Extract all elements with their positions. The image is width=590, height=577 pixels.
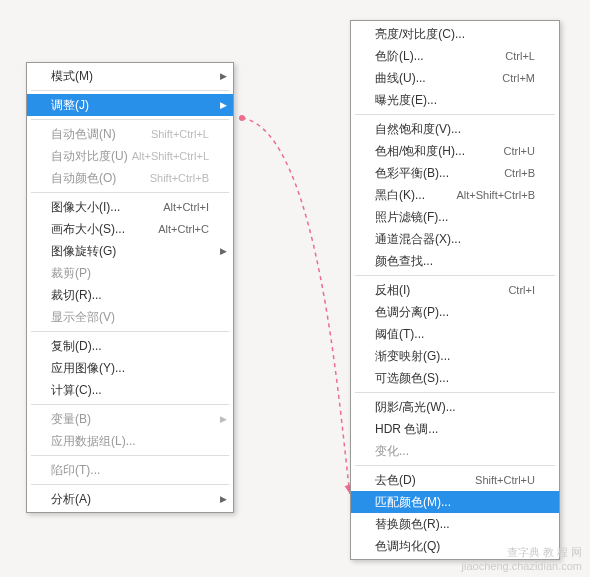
menu-item-label: 复制(D)... — [51, 338, 102, 354]
menu-shadows-highlights[interactable]: 阴影/高光(W)... — [351, 396, 559, 418]
submenu-arrow-icon: ▶ — [220, 97, 227, 113]
menu-item-shortcut: Ctrl+M — [502, 70, 535, 86]
menu-separator — [355, 465, 555, 466]
menu-color-balance[interactable]: 色彩平衡(B)...Ctrl+B — [351, 162, 559, 184]
menu-reveal-all: 显示全部(V) — [27, 306, 233, 328]
menu-item-label: 色调均化(Q) — [375, 538, 440, 554]
menu-item-label: 黑白(K)... — [375, 187, 425, 203]
menu-item-shortcut: Shift+Ctrl+L — [151, 126, 209, 142]
menu-item-label: 图像大小(I)... — [51, 199, 120, 215]
menu-separator — [355, 275, 555, 276]
menu-separator — [355, 392, 555, 393]
menu-item-label: 计算(C)... — [51, 382, 102, 398]
menu-separator — [31, 119, 229, 120]
menu-item-label: 模式(M) — [51, 68, 93, 84]
image-menu: 模式(M)▶调整(J)▶自动色调(N)Shift+Ctrl+L自动对比度(U)A… — [26, 62, 234, 513]
menu-auto-tone: 自动色调(N)Shift+Ctrl+L — [27, 123, 233, 145]
adjustments-submenu: 亮度/对比度(C)...色阶(L)...Ctrl+L曲线(U)...Ctrl+M… — [350, 20, 560, 560]
menu-item-label: 去色(D) — [375, 472, 416, 488]
menu-item-label: 曝光度(E)... — [375, 92, 437, 108]
menu-item-label: 图像旋转(G) — [51, 243, 116, 259]
menu-item-label: 颜色查找... — [375, 253, 433, 269]
menu-invert[interactable]: 反相(I)Ctrl+I — [351, 279, 559, 301]
menu-threshold[interactable]: 阈值(T)... — [351, 323, 559, 345]
submenu-arrow-icon: ▶ — [220, 491, 227, 507]
menu-match-color[interactable]: 匹配颜色(M)... — [351, 491, 559, 513]
menu-item-shortcut: Ctrl+U — [504, 143, 535, 159]
menu-duplicate[interactable]: 复制(D)... — [27, 335, 233, 357]
menu-hue-saturation[interactable]: 色相/饱和度(H)...Ctrl+U — [351, 140, 559, 162]
menu-vibrance[interactable]: 自然饱和度(V)... — [351, 118, 559, 140]
menu-item-label: 应用图像(Y)... — [51, 360, 125, 376]
menu-item-shortcut: Alt+Ctrl+I — [163, 199, 209, 215]
menu-item-label: 替换颜色(R)... — [375, 516, 450, 532]
menu-item-label: 自动颜色(O) — [51, 170, 116, 186]
menu-analysis[interactable]: 分析(A)▶ — [27, 488, 233, 510]
menu-item-shortcut: Ctrl+L — [505, 48, 535, 64]
menu-item-label: 色调分离(P)... — [375, 304, 449, 320]
menu-item-label: 自动对比度(U) — [51, 148, 128, 164]
menu-variations: 变化... — [351, 440, 559, 462]
menu-item-label: 阴影/高光(W)... — [375, 399, 456, 415]
menu-separator — [355, 114, 555, 115]
menu-item-shortcut: Alt+Shift+Ctrl+B — [456, 187, 535, 203]
menu-item-label: 曲线(U)... — [375, 70, 426, 86]
menu-item-label: 色彩平衡(B)... — [375, 165, 449, 181]
svg-point-0 — [239, 115, 245, 121]
menu-exposure[interactable]: 曝光度(E)... — [351, 89, 559, 111]
menu-crop: 裁剪(P) — [27, 262, 233, 284]
menu-apply-image[interactable]: 应用图像(Y)... — [27, 357, 233, 379]
menu-item-label: 可选颜色(S)... — [375, 370, 449, 386]
menu-photo-filter[interactable]: 照片滤镜(F)... — [351, 206, 559, 228]
watermark-line1: 查字典 教 程 网 — [462, 545, 582, 559]
menu-item-label: HDR 色调... — [375, 421, 438, 437]
menu-curves[interactable]: 曲线(U)...Ctrl+M — [351, 67, 559, 89]
menu-image-size[interactable]: 图像大小(I)...Alt+Ctrl+I — [27, 196, 233, 218]
menu-gradient-map[interactable]: 渐变映射(G)... — [351, 345, 559, 367]
menu-brightness-contrast[interactable]: 亮度/对比度(C)... — [351, 23, 559, 45]
menu-separator — [31, 404, 229, 405]
menu-item-shortcut: Alt+Ctrl+C — [158, 221, 209, 237]
menu-mode[interactable]: 模式(M)▶ — [27, 65, 233, 87]
menu-item-shortcut: Shift+Ctrl+U — [475, 472, 535, 488]
menu-image-rotation[interactable]: 图像旋转(G)▶ — [27, 240, 233, 262]
menu-hdr-toning[interactable]: HDR 色调... — [351, 418, 559, 440]
menu-auto-contrast: 自动对比度(U)Alt+Shift+Ctrl+L — [27, 145, 233, 167]
menu-item-label: 照片滤镜(F)... — [375, 209, 448, 225]
menu-adjust[interactable]: 调整(J)▶ — [27, 94, 233, 116]
menu-variables: 变量(B)▶ — [27, 408, 233, 430]
menu-item-shortcut: Alt+Shift+Ctrl+L — [132, 148, 209, 164]
menu-black-white[interactable]: 黑白(K)...Alt+Shift+Ctrl+B — [351, 184, 559, 206]
submenu-arrow-icon: ▶ — [220, 411, 227, 427]
menu-item-label: 分析(A) — [51, 491, 91, 507]
watermark-line2: jiaocheng.chazidian.com — [462, 559, 582, 573]
menu-item-label: 亮度/对比度(C)... — [375, 26, 465, 42]
menu-trim[interactable]: 裁切(R)... — [27, 284, 233, 306]
menu-item-label: 色阶(L)... — [375, 48, 424, 64]
menu-item-label: 反相(I) — [375, 282, 410, 298]
menu-item-label: 自动色调(N) — [51, 126, 116, 142]
menu-item-label: 匹配颜色(M)... — [375, 494, 451, 510]
menu-replace-color[interactable]: 替换颜色(R)... — [351, 513, 559, 535]
menu-canvas-size[interactable]: 画布大小(S)...Alt+Ctrl+C — [27, 218, 233, 240]
menu-item-label: 变量(B) — [51, 411, 91, 427]
menu-channel-mixer[interactable]: 通道混合器(X)... — [351, 228, 559, 250]
menu-item-shortcut: Ctrl+I — [508, 282, 535, 298]
menu-posterize[interactable]: 色调分离(P)... — [351, 301, 559, 323]
menu-auto-color: 自动颜色(O)Shift+Ctrl+B — [27, 167, 233, 189]
menu-item-shortcut: Shift+Ctrl+B — [150, 170, 209, 186]
menu-apply-data-set: 应用数据组(L)... — [27, 430, 233, 452]
menu-trap: 陷印(T)... — [27, 459, 233, 481]
menu-color-lookup[interactable]: 颜色查找... — [351, 250, 559, 272]
menu-separator — [31, 331, 229, 332]
menu-levels[interactable]: 色阶(L)...Ctrl+L — [351, 45, 559, 67]
menu-selective-color[interactable]: 可选颜色(S)... — [351, 367, 559, 389]
menu-item-label: 画布大小(S)... — [51, 221, 125, 237]
menu-desaturate[interactable]: 去色(D)Shift+Ctrl+U — [351, 469, 559, 491]
menu-separator — [31, 90, 229, 91]
menu-separator — [31, 455, 229, 456]
menu-calculations[interactable]: 计算(C)... — [27, 379, 233, 401]
menu-item-label: 通道混合器(X)... — [375, 231, 461, 247]
menu-item-label: 应用数据组(L)... — [51, 433, 136, 449]
menu-item-label: 阈值(T)... — [375, 326, 424, 342]
